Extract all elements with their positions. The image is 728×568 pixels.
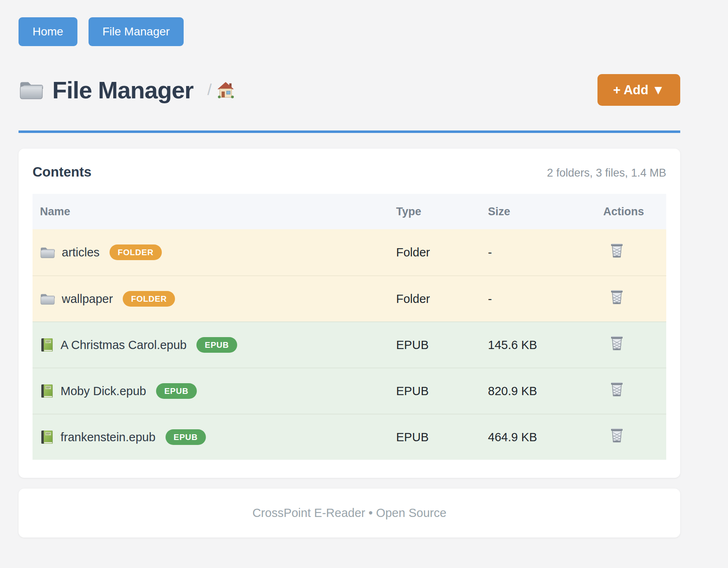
wastebasket-icon (609, 335, 625, 352)
epub-badge: EPUB (166, 429, 206, 445)
epub-badge: EPUB (156, 383, 197, 399)
wastebasket-icon (609, 427, 625, 445)
wastebasket-icon (609, 289, 625, 306)
contents-heading: Contents (33, 164, 91, 180)
folder-icon (40, 246, 55, 259)
footer-text: CrossPoint E-Reader • Open Source (252, 506, 446, 520)
table-row-frankenstein[interactable]: frankenstein.epub EPUB EPUB 464.9 KB (33, 414, 666, 460)
folder-badge: FOLDER (110, 244, 162, 260)
file-size: 464.9 KB (481, 431, 596, 444)
wastebasket-icon (609, 381, 625, 398)
file-size: - (481, 292, 596, 306)
page-header: File Manager / + Add ▼ (19, 74, 680, 106)
title-divider (19, 130, 680, 133)
file-name: Moby Dick.epub (61, 384, 146, 398)
nav-file-manager-button[interactable]: File Manager (89, 17, 184, 46)
file-type: Folder (389, 292, 481, 306)
column-header-actions: Actions (596, 205, 666, 218)
table-row-articles[interactable]: articles FOLDER Folder - (33, 229, 666, 275)
delete-button[interactable] (609, 335, 625, 352)
green-book-icon (40, 338, 54, 353)
table-row-christmas-carol[interactable]: A Christmas Carol.epub EPUB EPUB 145.6 K… (33, 321, 666, 368)
table-header-row: Name Type Size Actions (33, 194, 666, 229)
file-size: - (481, 246, 596, 259)
file-size: 145.6 KB (481, 338, 596, 352)
green-book-icon (40, 384, 54, 399)
table-row-wallpaper[interactable]: wallpaper FOLDER Folder - (33, 275, 666, 321)
title-wrap: File Manager (19, 76, 194, 104)
table-row-moby-dick[interactable]: Moby Dick.epub EPUB EPUB 820.9 KB (33, 368, 666, 414)
breadcrumb-separator: / (208, 81, 212, 99)
contents-card: Contents 2 folders, 3 files, 1.4 MB Name… (19, 149, 680, 478)
footer: CrossPoint E-Reader • Open Source (19, 489, 680, 538)
file-table: Name Type Size Actions articles FOLDER F… (33, 194, 666, 460)
file-name: wallpaper (62, 292, 113, 306)
file-type: EPUB (389, 431, 481, 444)
delete-button[interactable] (609, 289, 625, 306)
add-button[interactable]: + Add ▼ (597, 74, 680, 106)
delete-button[interactable] (609, 427, 625, 445)
column-header-name: Name (33, 205, 389, 218)
contents-card-header: Contents 2 folders, 3 files, 1.4 MB (33, 164, 666, 180)
breadcrumb: / (208, 81, 235, 99)
open-folder-icon (19, 79, 44, 101)
page-container: Home File Manager File Manager / + Add ▼… (19, 0, 680, 538)
page-title: File Manager (52, 76, 194, 104)
file-type: Folder (389, 246, 481, 259)
column-header-size: Size (481, 205, 596, 218)
file-name: articles (62, 246, 100, 259)
home-icon (217, 81, 235, 99)
file-name: frankenstein.epub (61, 431, 156, 444)
nav-home-button[interactable]: Home (19, 17, 77, 46)
delete-button[interactable] (609, 242, 625, 260)
file-type: EPUB (389, 384, 481, 398)
folder-icon (40, 292, 55, 306)
top-navigation: Home File Manager (19, 0, 680, 46)
delete-button[interactable] (609, 381, 625, 398)
wastebasket-icon (609, 242, 625, 260)
column-header-type: Type (389, 205, 481, 218)
file-name: A Christmas Carol.epub (61, 338, 187, 352)
contents-summary: 2 folders, 3 files, 1.4 MB (547, 167, 666, 179)
green-book-icon (40, 430, 54, 445)
breadcrumb-home-link[interactable] (217, 81, 235, 99)
file-size: 820.9 KB (481, 384, 596, 398)
file-type: EPUB (389, 338, 481, 352)
folder-badge: FOLDER (123, 291, 175, 307)
epub-badge: EPUB (196, 337, 237, 353)
